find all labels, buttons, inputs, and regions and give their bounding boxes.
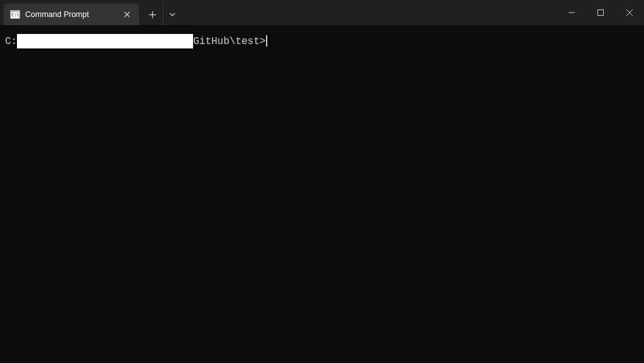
window-controls <box>557 0 644 25</box>
cursor-icon <box>266 35 267 47</box>
close-window-button[interactable] <box>615 0 644 25</box>
minimize-button[interactable] <box>557 0 586 25</box>
svg-text:C:\: C:\ <box>11 13 19 18</box>
tab-dropdown-button[interactable] <box>163 4 180 25</box>
maximize-button[interactable] <box>586 0 615 25</box>
svg-rect-8 <box>598 10 604 16</box>
prompt-line: C:GitHub\test> <box>5 34 639 48</box>
tab-command-prompt[interactable]: C:\ Command Prompt <box>4 4 139 25</box>
new-tab-button[interactable] <box>142 4 163 25</box>
titlebar: C:\ Command Prompt <box>0 0 644 25</box>
terminal-icon: C:\ <box>10 9 20 20</box>
close-tab-button[interactable] <box>121 9 133 20</box>
redacted-path <box>17 34 193 48</box>
terminal-area[interactable]: C:GitHub\test> <box>0 25 644 363</box>
prompt-path-suffix: GitHub\test> <box>193 36 265 47</box>
tab-title: Command Prompt <box>25 10 118 19</box>
titlebar-drag-area[interactable] <box>180 0 557 25</box>
prompt-drive: C: <box>5 36 17 47</box>
tab-area: C:\ Command Prompt <box>0 0 180 25</box>
